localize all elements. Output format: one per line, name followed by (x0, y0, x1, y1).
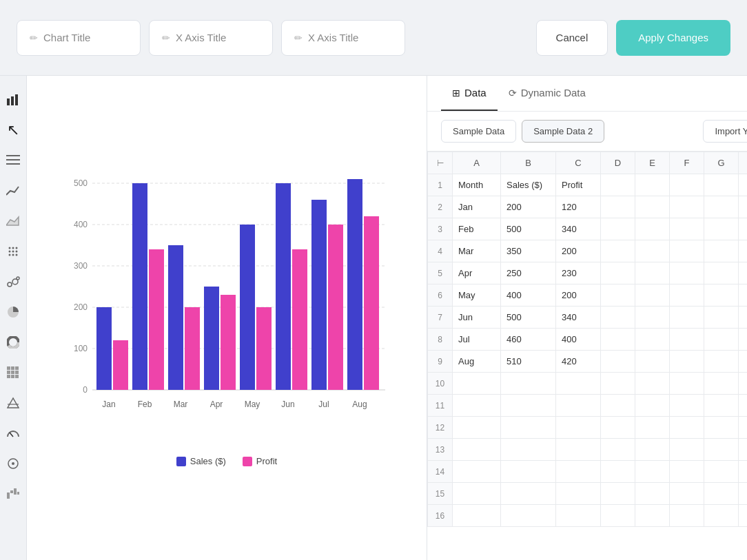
tab-data[interactable]: ⊞ Data (441, 76, 498, 111)
cell-7c[interactable]: 340 (556, 307, 601, 329)
cell-7a[interactable]: Jun (453, 307, 501, 329)
cell-5h[interactable] (739, 262, 748, 284)
pie-chart-icon[interactable] (0, 299, 26, 325)
cell-7f[interactable] (670, 307, 704, 329)
cell-2c[interactable]: 120 (556, 196, 601, 218)
cell-5g[interactable] (704, 262, 739, 284)
cell-5d[interactable] (601, 262, 635, 284)
cell-2h[interactable] (739, 196, 748, 218)
area-chart-icon[interactable] (0, 208, 26, 234)
circle-icon[interactable] (0, 450, 26, 477)
line-chart-icon[interactable] (0, 178, 26, 204)
tab-dynamic-data[interactable]: ⟳ Dynamic Data (498, 76, 597, 111)
cell-2d[interactable] (601, 196, 635, 218)
sample-data-2-button[interactable]: Sample Data 2 (522, 120, 604, 143)
cell-3f[interactable] (670, 218, 704, 240)
cell-1e[interactable] (635, 174, 670, 196)
cell-6h[interactable] (739, 284, 748, 307)
cell-8e[interactable] (635, 329, 670, 351)
chart-title-input[interactable]: ✏ Chart Title (17, 20, 141, 56)
cell-6e[interactable] (635, 284, 670, 307)
cell-1g[interactable] (704, 174, 739, 196)
cell-9f[interactable] (670, 351, 704, 373)
cell-7b[interactable]: 500 (501, 307, 556, 329)
cell-1f[interactable] (670, 174, 704, 196)
dynamic-data-icon: ⟳ (509, 87, 517, 98)
cell-4c[interactable]: 200 (556, 240, 601, 262)
cell-3b[interactable]: 500 (501, 218, 556, 240)
cell-1c[interactable]: Profit (556, 174, 601, 196)
cell-2g[interactable] (704, 196, 739, 218)
cell-5a[interactable]: Apr (453, 262, 501, 284)
gauge-icon[interactable] (0, 420, 26, 446)
cell-6d[interactable] (601, 284, 635, 307)
cell-3c[interactable]: 340 (556, 218, 601, 240)
cell-3e[interactable] (635, 218, 670, 240)
cell-2e[interactable] (635, 196, 670, 218)
cell-1h[interactable] (739, 174, 748, 196)
cell-4d[interactable] (601, 240, 635, 262)
cell-9a[interactable]: Aug (453, 351, 501, 373)
cell-4g[interactable] (704, 240, 739, 262)
cell-8f[interactable] (670, 329, 704, 351)
cell-4f[interactable] (670, 240, 704, 262)
svg-text:Apr: Apr (210, 400, 223, 409)
cell-9b[interactable]: 510 (501, 351, 556, 373)
cell-8h[interactable] (739, 329, 748, 351)
cell-7d[interactable] (601, 307, 635, 329)
donut-chart-icon[interactable] (0, 329, 26, 355)
grid-heatmap-icon[interactable] (0, 360, 26, 386)
cursor-pointer-icon[interactable]: ↖ (0, 117, 26, 143)
cell-5f[interactable] (670, 262, 704, 284)
cell-6b[interactable]: 400 (501, 284, 556, 307)
waterfall-icon[interactable] (0, 481, 26, 507)
cell-3g[interactable] (704, 218, 739, 240)
cancel-button[interactable]: Cancel (536, 20, 608, 56)
apply-changes-button[interactable]: Apply Changes (616, 20, 730, 56)
cell-8g[interactable] (704, 329, 739, 351)
cell-5b[interactable]: 250 (501, 262, 556, 284)
bubble-chart-icon[interactable] (0, 269, 26, 295)
cell-5e[interactable] (635, 262, 670, 284)
cell-4b[interactable]: 350 (501, 240, 556, 262)
cell-6f[interactable] (670, 284, 704, 307)
cell-8b[interactable]: 460 (501, 329, 556, 351)
cell-7e[interactable] (635, 307, 670, 329)
cell-5c[interactable]: 230 (556, 262, 601, 284)
list-icon[interactable] (0, 147, 26, 174)
cell-9h[interactable] (739, 351, 748, 373)
cell-6c[interactable]: 200 (556, 284, 601, 307)
cell-1b[interactable]: Sales ($) (501, 174, 556, 196)
spreadsheet: ⊢ A B C D E F G H I (427, 152, 747, 560)
import-data-button[interactable]: Import Your Data (703, 120, 747, 143)
y-axis-title-input[interactable]: ✏ X Axis Title (281, 20, 405, 56)
cell-9g[interactable] (704, 351, 739, 373)
dot-grid-icon[interactable] (0, 238, 26, 265)
cell-9d[interactable] (601, 351, 635, 373)
cell-2a[interactable]: Jan (453, 196, 501, 218)
x-axis-title-input[interactable]: ✏ X Axis Title (149, 20, 273, 56)
cell-8d[interactable] (601, 329, 635, 351)
bar-chart-icon[interactable] (0, 87, 26, 113)
cell-1d[interactable] (601, 174, 635, 196)
cell-9e[interactable] (635, 351, 670, 373)
cell-6g[interactable] (704, 284, 739, 307)
cell-4h[interactable] (739, 240, 748, 262)
cell-1a[interactable]: Month (453, 174, 501, 196)
cell-3d[interactable] (601, 218, 635, 240)
cell-6a[interactable]: May (453, 284, 501, 307)
cell-7h[interactable] (739, 307, 748, 329)
table-row: 2 Jan 200 120 (428, 196, 748, 218)
cell-8c[interactable]: 400 (556, 329, 601, 351)
cell-4e[interactable] (635, 240, 670, 262)
cell-4a[interactable]: Mar (453, 240, 501, 262)
cell-3a[interactable]: Feb (453, 218, 501, 240)
sample-data-1-button[interactable]: Sample Data (441, 120, 516, 143)
cell-2b[interactable]: 200 (501, 196, 556, 218)
cell-3h[interactable] (739, 218, 748, 240)
cell-7g[interactable] (704, 307, 739, 329)
cell-2f[interactable] (670, 196, 704, 218)
triangle-pyramid-icon[interactable] (0, 390, 26, 416)
cell-9c[interactable]: 420 (556, 351, 601, 373)
cell-8a[interactable]: Jul (453, 329, 501, 351)
